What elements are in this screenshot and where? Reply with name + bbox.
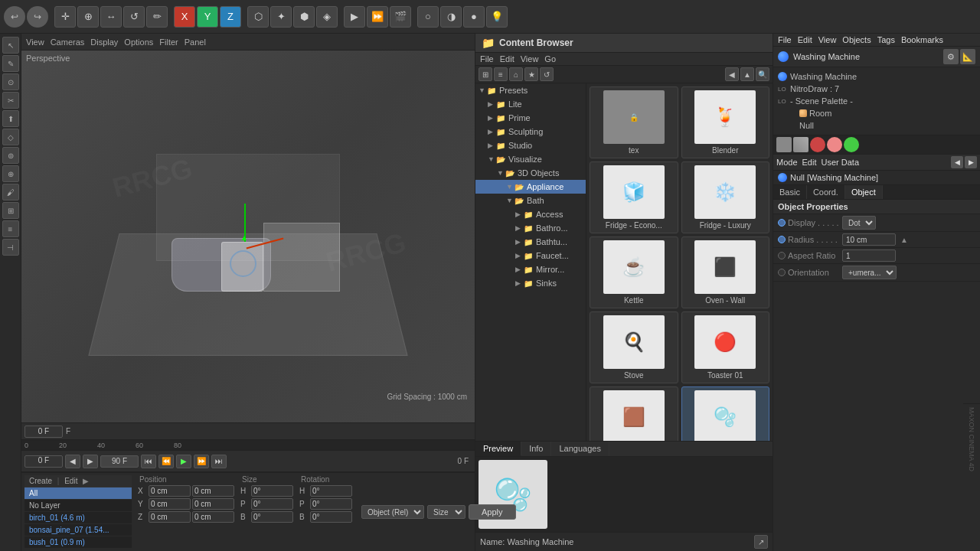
- pos-z-input[interactable]: [149, 511, 191, 523]
- mesh-tool[interactable]: ⬡: [247, 6, 269, 28]
- object-list-item[interactable]: bonsai_pine_07 (1.54...: [24, 524, 132, 536]
- pointer-tool[interactable]: ↖: [2, 37, 19, 54]
- weld-tool[interactable]: ⊕: [2, 165, 19, 182]
- effector-tool[interactable]: ◈: [316, 6, 338, 28]
- asset-kettle[interactable]: ☕ Kettle: [590, 236, 678, 308]
- tree-appliance[interactable]: ▼ 📂 Appliance: [475, 180, 586, 194]
- mat-thumb3[interactable]: [810, 137, 825, 152]
- props-select-orientation[interactable]: +umera...: [842, 266, 897, 279]
- render-view[interactable]: ▶: [344, 6, 365, 28]
- filter-menu[interactable]: Filter: [159, 37, 178, 47]
- pos-z-input2[interactable]: [192, 511, 234, 523]
- view-menu-right[interactable]: View: [818, 35, 837, 44]
- size-b-input[interactable]: [251, 511, 293, 523]
- tree-sculpting[interactable]: ▶ 📁 Sculpting: [475, 125, 586, 139]
- preview-tab-preview[interactable]: Preview: [475, 442, 521, 456]
- rot-p-input[interactable]: [310, 498, 352, 510]
- props-tab-basic[interactable]: Basic: [773, 185, 807, 199]
- cb-refresh[interactable]: ↺: [540, 67, 554, 81]
- knife-tool[interactable]: ✂: [2, 92, 19, 109]
- current-frame[interactable]: 0 F: [24, 425, 63, 438]
- obj-tree-washing-machine[interactable]: Washing Machine: [776, 70, 977, 83]
- go-end[interactable]: ⏭: [211, 455, 227, 468]
- tree-prime[interactable]: ▶ 📁 Prime: [475, 111, 586, 125]
- brush-tool[interactable]: ✎: [2, 55, 19, 72]
- snap-tool[interactable]: ⊞: [2, 202, 19, 219]
- objects-menu[interactable]: Objects: [842, 35, 871, 44]
- tree-studio[interactable]: ▶ 📁 Studio: [475, 139, 586, 152]
- display-menu[interactable]: Display: [90, 37, 118, 47]
- tree-presets[interactable]: ▼ 📁 Presets: [475, 83, 586, 97]
- render-all[interactable]: ⏩: [367, 6, 388, 28]
- props-tab-coord[interactable]: Coord.: [807, 185, 845, 199]
- prev-frame[interactable]: ⏪: [158, 455, 174, 468]
- view-menu[interactable]: View: [26, 37, 44, 47]
- no-layer-item[interactable]: No Layer: [24, 500, 132, 512]
- obj-tree-null[interactable]: Null: [776, 119, 977, 132]
- size-p-input[interactable]: [251, 498, 293, 510]
- panel-menu[interactable]: Panel: [185, 37, 206, 47]
- sphere-mode[interactable]: ○: [417, 6, 439, 28]
- tree-3d-objects[interactable]: ▼ 📂 3D Objects: [475, 166, 586, 180]
- frame-start-input[interactable]: 0 F: [24, 455, 63, 468]
- size-h-input[interactable]: [251, 485, 293, 497]
- cameras-menu[interactable]: Cameras: [51, 37, 85, 47]
- obj-tree-room[interactable]: Room: [776, 107, 977, 119]
- rot-b-input[interactable]: [310, 511, 352, 523]
- tags-menu[interactable]: Tags: [877, 35, 895, 44]
- asset-fridge-econo[interactable]: 🧊 Fridge - Econo...: [590, 161, 678, 233]
- rot-h-input[interactable]: [310, 485, 352, 497]
- tree-access[interactable]: ▶ 📁 Access: [475, 207, 586, 221]
- props-radio-aspect[interactable]: [778, 252, 786, 259]
- preview-tab-languages[interactable]: Languages: [551, 442, 609, 456]
- props-input-aspect[interactable]: [842, 249, 896, 262]
- mat-thumb5[interactable]: [844, 137, 859, 152]
- edit-btn[interactable]: Edit: [64, 477, 77, 485]
- next-frame[interactable]: ⏩: [194, 455, 209, 468]
- user-data-label[interactable]: User Data: [822, 158, 860, 167]
- tree-faucet[interactable]: ▶ 📁 Faucet...: [475, 249, 586, 262]
- props-tool2[interactable]: ▶: [965, 156, 977, 168]
- draw-tool[interactable]: ✏: [146, 6, 168, 28]
- right-icon1[interactable]: ⚙: [943, 49, 959, 64]
- rotate-tool[interactable]: ↺: [123, 6, 145, 28]
- cb-file-menu[interactable]: File: [480, 54, 494, 64]
- bevel-tool[interactable]: ◇: [2, 129, 19, 145]
- cb-grid-view[interactable]: ⊞: [479, 67, 492, 81]
- all-objects-item[interactable]: All: [24, 487, 132, 500]
- spline-tool[interactable]: ✦: [270, 6, 292, 28]
- loop-tool[interactable]: ⊚: [2, 147, 19, 164]
- cb-search[interactable]: 🔍: [756, 67, 769, 81]
- preview-open-btn[interactable]: ↗: [754, 535, 768, 549]
- object-list-item[interactable]: bush_01 (0.9 m): [24, 536, 132, 549]
- asset-fridge-luxury[interactable]: ❄️ Fridge - Luxury: [681, 161, 770, 233]
- cb-edit-menu[interactable]: Edit: [500, 54, 514, 64]
- tree-bath[interactable]: ▼ 📂 Bath: [475, 194, 586, 207]
- edit-menu[interactable]: Edit: [798, 35, 812, 44]
- pos-x-input[interactable]: [149, 485, 191, 497]
- mode-label[interactable]: Mode: [776, 158, 798, 167]
- axis-z-btn[interactable]: Z: [220, 6, 241, 28]
- move-tool[interactable]: ⊕: [77, 6, 99, 28]
- paint-tool[interactable]: 🖌: [2, 184, 19, 201]
- extrude-tool[interactable]: ⬆: [2, 110, 19, 127]
- props-select-display[interactable]: Dot: [842, 216, 876, 230]
- size-select[interactable]: Size: [427, 505, 466, 519]
- preview-tab-info[interactable]: Info: [521, 442, 551, 456]
- obj-type-select[interactable]: Object (Rel): [361, 505, 424, 519]
- solid-mode[interactable]: ●: [463, 6, 485, 28]
- align-tool[interactable]: ≡: [2, 220, 19, 237]
- go-start[interactable]: ⏮: [141, 455, 156, 468]
- axis-y-btn[interactable]: Y: [197, 6, 218, 28]
- frame-end[interactable]: 90 F: [100, 455, 139, 468]
- cb-home[interactable]: ⌂: [509, 67, 523, 81]
- viewport-canvas[interactable]: Perspective: [21, 51, 475, 422]
- asset-stove[interactable]: 🍳 Stove: [590, 311, 678, 383]
- tree-bathro[interactable]: ▶ 📁 Bathro...: [475, 221, 586, 235]
- undo-icon[interactable]: ↩: [4, 6, 25, 28]
- file-menu[interactable]: File: [778, 35, 792, 44]
- mirror-tool[interactable]: ⊣: [2, 239, 19, 256]
- axis-x-btn[interactable]: X: [174, 6, 195, 28]
- mat-thumb2[interactable]: [793, 137, 808, 152]
- props-tool1[interactable]: ◀: [951, 156, 963, 168]
